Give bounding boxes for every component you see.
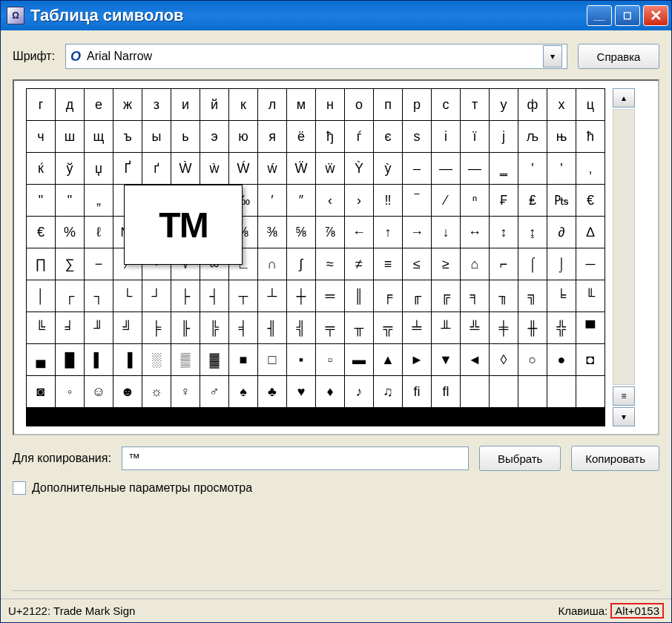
char-cell[interactable]: ₧ bbox=[547, 185, 576, 216]
char-cell[interactable]: ▓ bbox=[200, 344, 228, 375]
char-cell[interactable]: Ẁ bbox=[171, 153, 200, 184]
char-cell[interactable]: ю bbox=[229, 121, 257, 152]
char-cell[interactable]: ∂ bbox=[547, 217, 576, 248]
char-cell[interactable]: ╒ bbox=[374, 280, 402, 312]
char-cell[interactable]: → bbox=[403, 217, 431, 248]
char-cell[interactable]: ― bbox=[461, 153, 489, 184]
char-cell[interactable]: ╧ bbox=[403, 312, 431, 343]
char-cell[interactable]: ╟ bbox=[171, 312, 200, 343]
char-cell[interactable]: ╥ bbox=[345, 312, 373, 343]
char-cell[interactable]: ⅞ bbox=[316, 217, 344, 248]
char-cell[interactable]: ▲ bbox=[374, 344, 402, 375]
char-cell[interactable]: Ẃ bbox=[229, 153, 257, 184]
copy-input[interactable]: ™ bbox=[122, 446, 469, 470]
char-cell[interactable]: і bbox=[432, 121, 460, 152]
char-cell[interactable]: н bbox=[316, 89, 344, 120]
char-cell[interactable]: ╖ bbox=[490, 280, 518, 312]
char-cell[interactable]: ∆ bbox=[576, 217, 605, 248]
char-cell[interactable]: ‚ bbox=[576, 153, 605, 184]
char-cell[interactable]: ч bbox=[27, 121, 55, 152]
char-cell[interactable]: ⌠ bbox=[518, 248, 547, 280]
char-cell[interactable]: э bbox=[200, 121, 228, 152]
char-cell[interactable]: │ bbox=[27, 280, 55, 312]
char-cell[interactable]: Ỳ bbox=[345, 153, 373, 184]
char-cell[interactable]: ╛ bbox=[56, 312, 84, 343]
char-cell[interactable]: ▄ bbox=[27, 344, 55, 375]
char-cell[interactable]: ◙ bbox=[27, 376, 55, 407]
char-cell[interactable]: € bbox=[576, 185, 605, 216]
char-cell[interactable]: ỳ bbox=[374, 153, 402, 184]
char-cell[interactable]: ╔ bbox=[432, 280, 460, 312]
char-cell[interactable]: ≤ bbox=[403, 248, 431, 280]
char-cell[interactable]: " bbox=[27, 185, 55, 216]
char-cell[interactable]: ╡ bbox=[229, 312, 257, 343]
char-cell[interactable]: ╝ bbox=[113, 312, 142, 343]
char-cell[interactable]: ♂ bbox=[200, 376, 228, 407]
char-cell[interactable]: ♀ bbox=[171, 376, 200, 407]
char-cell[interactable]: я bbox=[258, 121, 286, 152]
char-cell[interactable] bbox=[547, 376, 576, 407]
char-cell[interactable]: ' bbox=[518, 153, 547, 184]
char-cell[interactable]: ђ bbox=[316, 121, 344, 152]
maximize-button[interactable]: ☐ bbox=[615, 5, 640, 26]
char-cell[interactable]: ▀ bbox=[576, 312, 605, 343]
char-cell[interactable]: ☼ bbox=[142, 376, 171, 407]
char-cell[interactable]: ▒ bbox=[171, 344, 200, 375]
char-cell[interactable]: ╦ bbox=[374, 312, 402, 343]
char-cell[interactable]: ▼ bbox=[432, 344, 460, 375]
char-cell[interactable]: ⁄ bbox=[432, 185, 460, 216]
char-cell[interactable]: — bbox=[432, 153, 460, 184]
char-cell[interactable]: ╤ bbox=[316, 312, 344, 343]
char-cell[interactable]: є bbox=[374, 121, 402, 152]
char-cell[interactable]: ∫ bbox=[287, 248, 315, 280]
char-cell[interactable]: ⅝ bbox=[287, 217, 315, 248]
char-cell[interactable]: ф bbox=[518, 89, 547, 120]
char-cell[interactable]: ц bbox=[576, 89, 605, 120]
char-cell[interactable]: " bbox=[56, 185, 84, 216]
char-cell[interactable]: з bbox=[142, 89, 171, 120]
char-cell[interactable]: у bbox=[490, 89, 518, 120]
advanced-checkbox[interactable] bbox=[13, 481, 26, 495]
char-cell[interactable]: ╫ bbox=[518, 312, 547, 343]
scrollbar[interactable]: ▴ ≡ ▾ bbox=[613, 88, 635, 426]
char-cell[interactable]: ╣ bbox=[287, 312, 315, 343]
char-cell[interactable]: ♦ bbox=[316, 376, 344, 407]
char-cell[interactable] bbox=[490, 376, 518, 407]
scroll-options-button[interactable]: ≡ bbox=[613, 386, 635, 406]
char-cell[interactable]: ┘ bbox=[142, 280, 171, 312]
char-cell[interactable]: ┼ bbox=[287, 280, 315, 312]
close-button[interactable]: ✕ bbox=[643, 5, 668, 26]
scroll-up-button[interactable]: ▴ bbox=[613, 88, 635, 108]
char-cell[interactable]: т bbox=[461, 89, 489, 120]
char-cell[interactable]: − bbox=[85, 248, 113, 280]
char-cell[interactable]: ☺ bbox=[85, 376, 113, 407]
char-cell[interactable]: о bbox=[345, 89, 373, 120]
minimize-button[interactable]: __ bbox=[587, 5, 612, 26]
char-cell[interactable]: љ bbox=[518, 121, 547, 152]
char-cell[interactable]: ┴ bbox=[258, 280, 286, 312]
char-cell[interactable]: ў bbox=[56, 153, 84, 184]
char-cell[interactable]: ẅ bbox=[316, 153, 344, 184]
copy-button[interactable]: Копировать bbox=[571, 446, 659, 471]
char-cell[interactable]: ы bbox=[142, 121, 171, 152]
char-cell[interactable]: ъ bbox=[113, 121, 142, 152]
char-cell[interactable]: ▐ bbox=[113, 344, 142, 375]
char-cell[interactable]: ☻ bbox=[113, 376, 142, 407]
char-cell[interactable]: ℓ bbox=[85, 217, 113, 248]
char-cell[interactable] bbox=[461, 376, 489, 407]
char-cell[interactable]: ь bbox=[171, 121, 200, 152]
char-cell[interactable]: ⅜ bbox=[258, 217, 286, 248]
char-cell[interactable]: ╗ bbox=[518, 280, 547, 312]
char-cell[interactable]: ↨ bbox=[518, 217, 547, 248]
char-cell[interactable]: ∑ bbox=[56, 248, 84, 280]
char-cell[interactable]: д bbox=[56, 89, 84, 120]
char-cell[interactable]: ′ bbox=[258, 185, 286, 216]
char-cell[interactable]: ◊ bbox=[490, 344, 518, 375]
char-cell[interactable]: ↓ bbox=[432, 217, 460, 248]
char-cell[interactable]: █ bbox=[56, 344, 84, 375]
char-cell[interactable]: ► bbox=[403, 344, 431, 375]
char-cell[interactable]: ш bbox=[56, 121, 84, 152]
char-cell[interactable]: ╜ bbox=[85, 312, 113, 343]
char-cell[interactable]: ‾ bbox=[403, 185, 431, 216]
char-cell[interactable]: р bbox=[403, 89, 431, 120]
